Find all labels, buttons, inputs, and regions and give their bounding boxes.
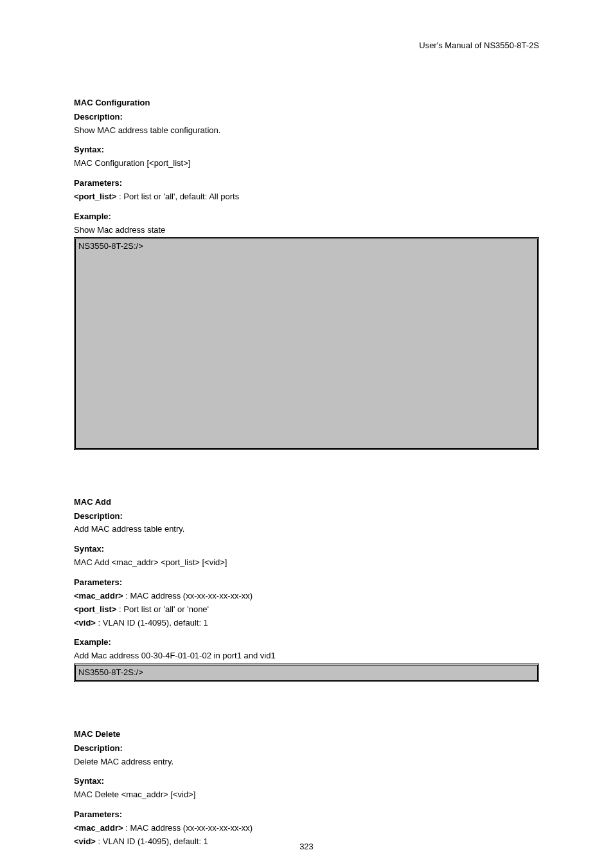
code-prompt: NS3550-8T-2S:/> — [78, 241, 143, 251]
param-name: <vid> — [74, 618, 96, 628]
description-text: Add MAC address table entry. — [74, 523, 539, 536]
label-parameters: Parameters: — [74, 177, 539, 190]
param-name: <mac_addr> — [74, 591, 123, 601]
code-body: mac add 00-30-4F-01-01-02 1 1 — [143, 667, 263, 677]
description-text: Delete MAC address entry. — [74, 756, 539, 768]
parameter-row: <mac_addr> : MAC address (xx-xx-xx-xx-xx… — [74, 590, 539, 602]
param-desc: : Port list or 'all' or 'none' — [119, 604, 209, 614]
example-text: Add Mac address 00-30-4F-01-01-02 in por… — [74, 650, 539, 662]
syntax-text: MAC Add <mac_addr> <port_list> [<vid>] — [74, 557, 539, 569]
page-number: 323 — [0, 841, 613, 853]
label-description: Description: — [74, 743, 539, 755]
label-parameters: Parameters: — [74, 809, 539, 821]
section-title-mac-configuration: MAC Configuration — [74, 97, 539, 109]
parameter-row: <port_list> : Port list or 'all', defaul… — [74, 191, 539, 203]
param-desc: : VLAN ID (1-4095), default: 1 — [98, 618, 208, 628]
param-name: <mac_addr> — [74, 823, 123, 833]
syntax-text: MAC Delete <mac_addr> [<vid>] — [74, 789, 539, 801]
param-desc: : MAC address (xx-xx-xx-xx-xx-xx) — [125, 591, 253, 601]
page-header: User's Manual of NS3550-8T-2S — [74, 40, 539, 52]
label-parameters: Parameters: — [74, 577, 539, 589]
description-text: Show MAC address table configuration. — [74, 125, 539, 137]
section-title-mac-add: MAC Add — [74, 496, 539, 509]
param-desc: : Port list or 'all', default: All ports — [119, 192, 239, 201]
label-syntax: Syntax: — [74, 144, 539, 156]
parameter-row: <port_list> : Port list or 'all' or 'non… — [74, 604, 539, 616]
label-example: Example: — [74, 637, 539, 649]
code-body: mac configuration MAC Configuration: ===… — [78, 241, 216, 445]
label-description: Description: — [74, 511, 539, 523]
code-box: NS3550-8T-2S:/>mac add 00-30-4F-01-01-02… — [74, 664, 539, 682]
code-box: NS3550-8T-2S:/>mac configuration MAC Con… — [74, 237, 539, 449]
label-syntax: Syntax: — [74, 543, 539, 556]
label-description: Description: — [74, 111, 539, 123]
syntax-text: MAC Configuration [<port_list>] — [74, 158, 539, 170]
section-title-mac-delete: MAC Delete — [74, 728, 539, 741]
label-example: Example: — [74, 211, 539, 223]
param-name: <port_list> — [74, 604, 116, 614]
parameter-row: <mac_addr> : MAC address (xx-xx-xx-xx-xx… — [74, 822, 539, 835]
code-prompt: NS3550-8T-2S:/> — [78, 667, 143, 677]
example-text: Show Mac address state — [74, 224, 539, 237]
param-desc: : MAC address (xx-xx-xx-xx-xx-xx) — [125, 823, 253, 833]
param-name: <port_list> — [74, 192, 116, 201]
parameter-row: <vid> : VLAN ID (1-4095), default: 1 — [74, 617, 539, 629]
label-syntax: Syntax: — [74, 775, 539, 788]
page-container: User's Manual of NS3550-8T-2S MAC Config… — [0, 0, 613, 868]
